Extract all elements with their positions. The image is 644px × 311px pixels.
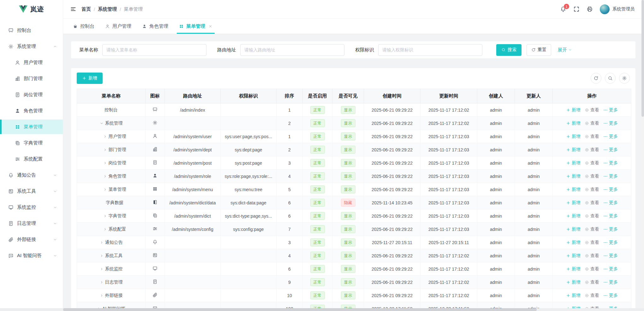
tree-node[interactable]: 用户管理 — [86, 134, 143, 139]
search-button[interactable]: 搜索 — [496, 44, 522, 56]
chevron-right-icon[interactable] — [100, 294, 104, 297]
row-more-button[interactable]: 更多 — [603, 200, 618, 206]
permission-key-input[interactable] — [378, 44, 482, 56]
row-more-button[interactable]: 更多 — [603, 213, 618, 219]
tree-node[interactable]: 部门管理 — [86, 147, 143, 153]
route-address-input[interactable] — [240, 44, 344, 56]
row-more-button[interactable]: 更多 — [603, 147, 618, 153]
table-columns-button[interactable] — [619, 73, 630, 84]
tree-node[interactable]: 字典数据 — [86, 200, 143, 206]
sidebar-item-dict[interactable]: 字典管理 — [0, 136, 63, 150]
tree-node[interactable]: 系统管理 — [80, 120, 143, 126]
table-search-button[interactable] — [605, 73, 616, 84]
tree-node[interactable]: 系统配置 — [86, 226, 143, 232]
add-button[interactable]: 新增 — [77, 73, 103, 84]
sidebar-item-person[interactable]: 角色管理 — [0, 103, 63, 118]
fullscreen-icon[interactable] — [573, 6, 580, 12]
row-add-button[interactable]: 新增 — [566, 147, 581, 153]
chevron-right-icon[interactable] — [100, 267, 104, 271]
chevron-right-icon[interactable] — [103, 135, 107, 138]
row-view-button[interactable]: 查看 — [585, 240, 599, 245]
row-add-button[interactable]: 新增 — [566, 187, 581, 192]
row-add-button[interactable]: 新增 — [566, 200, 581, 206]
row-more-button[interactable]: 更多 — [603, 107, 618, 113]
row-add-button[interactable]: 新增 — [566, 160, 581, 166]
row-more-button[interactable]: 更多 — [603, 173, 618, 179]
row-view-button[interactable]: 查看 — [585, 134, 599, 139]
row-more-button[interactable]: 更多 — [603, 187, 618, 192]
row-view-button[interactable]: 查看 — [585, 226, 599, 232]
tree-node[interactable]: 系统监控 — [80, 266, 143, 272]
row-view-button[interactable]: 查看 — [585, 266, 599, 272]
collapse-menu-icon[interactable] — [70, 6, 76, 12]
row-add-button[interactable]: 新增 — [566, 240, 581, 245]
vertical-scrollbar-thumb[interactable] — [641, 0, 644, 117]
tree-node[interactable]: 岗位管理 — [86, 160, 143, 166]
row-add-button[interactable]: 新增 — [566, 293, 581, 298]
reset-button[interactable]: 重置 — [527, 44, 551, 56]
row-more-button[interactable]: 更多 — [603, 293, 618, 298]
row-view-button[interactable]: 查看 — [585, 213, 599, 219]
sidebar-item-user[interactable]: 用户管理 — [0, 55, 63, 70]
tree-node[interactable]: 通知公告 — [80, 240, 143, 245]
row-more-button[interactable]: 更多 — [603, 134, 618, 139]
chevron-right-icon[interactable] — [103, 214, 107, 218]
chevron-right-icon[interactable] — [100, 241, 104, 244]
sidebar-item-bell[interactable]: 通知公告 — [0, 168, 63, 182]
row-view-button[interactable]: 查看 — [585, 187, 599, 192]
sidebar-item-log[interactable]: 日志管理 — [0, 216, 63, 231]
expand-toggle[interactable]: 展开 — [558, 47, 572, 53]
tree-node[interactable]: 字典管理 — [86, 213, 143, 219]
tab-person[interactable]: 角色管理 — [137, 19, 174, 34]
tree-node[interactable]: 菜单管理 — [86, 187, 143, 192]
sidebar-item-link[interactable]: 外部链接 — [0, 232, 63, 247]
chevron-right-icon[interactable] — [103, 188, 107, 191]
menu-name-input[interactable] — [102, 44, 206, 56]
row-add-button[interactable]: 新增 — [566, 279, 581, 285]
row-view-button[interactable]: 查看 — [585, 120, 599, 126]
table-refresh-button[interactable] — [591, 73, 601, 84]
row-view-button[interactable]: 查看 — [585, 160, 599, 166]
sidebar-item-tool[interactable]: 系统工具 — [0, 184, 63, 198]
sidebar-item-board[interactable]: 控制台 — [0, 23, 63, 38]
row-add-button[interactable]: 新增 — [566, 266, 581, 272]
row-add-button[interactable]: 新增 — [566, 107, 581, 113]
sidebar-item-grid[interactable]: 菜单管理 — [0, 120, 63, 134]
chevron-right-icon[interactable] — [100, 254, 104, 258]
row-view-button[interactable]: 查看 — [585, 173, 599, 179]
row-add-button[interactable]: 新增 — [566, 173, 581, 179]
horizontal-scrollbar[interactable] — [0, 308, 644, 311]
tab-home[interactable]: 控制台 — [68, 19, 100, 34]
tree-node[interactable]: 控制台 — [80, 107, 143, 113]
chevron-right-icon[interactable] — [103, 227, 107, 231]
row-more-button[interactable]: 更多 — [603, 279, 618, 285]
row-more-button[interactable]: 更多 — [603, 240, 618, 245]
tab-grid[interactable]: 菜单管理 — [174, 19, 218, 34]
row-view-button[interactable]: 查看 — [585, 279, 599, 285]
tree-node[interactable]: 外部链接 — [80, 293, 143, 298]
chevron-right-icon[interactable] — [103, 161, 107, 165]
chevron-right-icon[interactable] — [103, 148, 107, 152]
row-view-button[interactable]: 查看 — [585, 253, 599, 259]
row-view-button[interactable]: 查看 — [585, 147, 599, 153]
tab-user[interactable]: 用户管理 — [100, 19, 137, 34]
breadcrumb-item[interactable]: 首页 — [81, 6, 91, 12]
row-add-button[interactable]: 新增 — [566, 134, 581, 139]
sidebar-item-sliders[interactable]: 系统配置 — [0, 152, 63, 166]
row-more-button[interactable]: 更多 — [603, 266, 618, 272]
tree-node[interactable]: 系统工具 — [80, 253, 143, 259]
row-add-button[interactable]: 新增 — [566, 120, 581, 126]
row-add-button[interactable]: 新增 — [566, 213, 581, 219]
sidebar-item-building[interactable]: 部门管理 — [0, 71, 63, 86]
row-more-button[interactable]: 更多 — [603, 253, 618, 259]
chevron-right-icon[interactable] — [103, 174, 107, 178]
row-more-button[interactable]: 更多 — [603, 120, 618, 126]
row-view-button[interactable]: 查看 — [585, 107, 599, 113]
user-menu[interactable]: 系统管理员 — [600, 4, 635, 14]
row-view-button[interactable]: 查看 — [585, 293, 599, 298]
row-add-button[interactable]: 新增 — [566, 226, 581, 232]
close-icon[interactable] — [208, 24, 212, 28]
row-add-button[interactable]: 新增 — [566, 253, 581, 259]
horizontal-scrollbar-thumb[interactable] — [63, 308, 537, 311]
row-more-button[interactable]: 更多 — [603, 226, 618, 232]
